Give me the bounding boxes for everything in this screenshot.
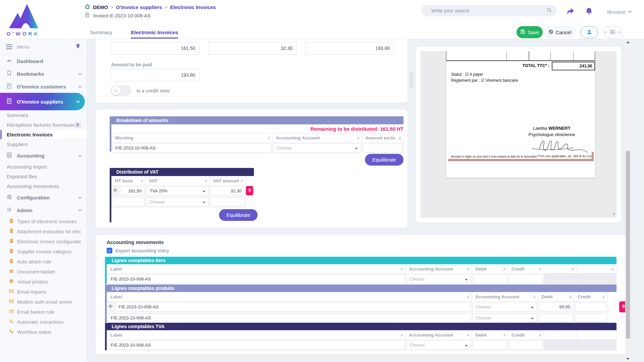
tva-credit-input[interactable] [509, 341, 543, 350]
breakdown-account-select[interactable]: Choose [273, 143, 361, 153]
panel-splitter-handle[interactable] [410, 72, 413, 89]
column-resize-icon[interactable] [204, 178, 207, 183]
produits-debit-input-2[interactable] [539, 313, 573, 322]
breadcrumb-root[interactable]: DEMO [93, 4, 108, 10]
column-resize-icon[interactable] [467, 266, 470, 272]
vat-equilibrate-button[interactable]: Equilibrate [219, 209, 258, 221]
produits-label-input[interactable] [115, 302, 471, 311]
tva-debit-input[interactable] [473, 341, 507, 350]
sidebar-item-accounting-export[interactable]: Accounting export [0, 162, 87, 172]
produits-row-drag-handle[interactable] [107, 301, 115, 312]
sidebar-item-document-basket[interactable]: Document basket [0, 267, 87, 277]
cancel-button[interactable]: Cancel [544, 26, 576, 38]
breakdown-amount-input[interactable] [363, 143, 402, 153]
scroll-down-arrow[interactable] [626, 358, 630, 360]
vat-row-drag-handle[interactable] [111, 185, 119, 196]
column-resize-icon[interactable] [467, 333, 470, 338]
vat-ht-input-2[interactable] [112, 197, 145, 206]
column-resize-icon[interactable] [533, 294, 536, 299]
sidebar-item-admin[interactable]: Admin [0, 204, 87, 217]
produits-credit-input-2[interactable] [575, 313, 606, 322]
sidebar-item-email-basket-rule[interactable]: Email basket rule [0, 307, 87, 317]
pin-icon[interactable] [75, 43, 81, 50]
vat-amount-cell-input-2[interactable] [210, 197, 245, 206]
sidebar-item-virtual-printers[interactable]: Virtual printers [0, 277, 87, 287]
search-input[interactable] [431, 8, 546, 13]
amount-incl-tax-input[interactable] [305, 42, 394, 55]
produits-debit-input[interactable] [539, 302, 573, 311]
column-resize-icon[interactable] [400, 266, 403, 272]
share-icon[interactable] [566, 7, 574, 16]
vat-rate-select[interactable]: TVA 20% [146, 186, 209, 195]
vat-amount-cell-input[interactable] [210, 186, 245, 195]
sidebar-item-suppliers[interactable]: Suppliers [0, 139, 87, 149]
profile-button[interactable] [580, 26, 598, 38]
column-resize-icon[interactable] [398, 135, 401, 140]
column-resize-icon[interactable] [539, 333, 542, 338]
save-button[interactable]: Save [517, 26, 543, 38]
bell-icon[interactable] [585, 7, 593, 16]
vat-amount-input[interactable] [208, 42, 297, 55]
produits-account-select-2[interactable]: Choose [473, 313, 537, 322]
sidebar-item-modern-auth-email-server[interactable]: Modern auth email server [0, 297, 87, 307]
tiers-label-input[interactable] [108, 275, 405, 284]
sidebar-item-supplier-invoice-category[interactable]: Supplier invoice category [0, 247, 87, 257]
sidebar-item-electronic-invoices[interactable]: Electronic Invoices [0, 130, 87, 139]
produits-label-input-2[interactable] [108, 313, 471, 322]
sidebar-item-accounting[interactable]: Accounting [0, 149, 87, 162]
vat-row-delete-button[interactable] [246, 186, 253, 195]
main-scrollbar[interactable] [625, 39, 631, 362]
column-resize-icon[interactable] [571, 266, 574, 272]
column-resize-icon[interactable] [267, 135, 270, 140]
home-icon[interactable] [85, 4, 90, 10]
breadcrumb-invoices-link[interactable]: Electronic Invoices [170, 4, 216, 10]
tab-electronic-invoices[interactable]: Electronic Invoices [131, 29, 178, 39]
previous-record-button[interactable] [603, 26, 609, 38]
sidebar-item-dashboard[interactable]: Dashboard [0, 55, 87, 67]
record-list-button[interactable] [609, 26, 615, 38]
sidebar-item-r-ceptions-factures-fournisseurs[interactable]: Réceptions factures fournisseurs0 [0, 120, 87, 130]
sidebar-item-workflow-status[interactable]: Workflow status [0, 327, 87, 337]
amount-to-be-paid-input[interactable] [111, 69, 200, 81]
column-resize-icon[interactable] [602, 294, 605, 299]
sidebar-item-bookmarks[interactable]: Bookmarks [0, 67, 87, 80]
vat-rate-select-2[interactable]: Choose [146, 197, 209, 206]
column-resize-icon[interactable] [569, 294, 572, 299]
column-resize-icon[interactable] [140, 178, 143, 183]
sidebar-item-configuration[interactable]: Configuration [0, 191, 87, 204]
sidebar-item-email-imports[interactable]: Email imports [0, 287, 87, 297]
scrollbar-thumb[interactable] [626, 151, 630, 339]
tab-summary[interactable]: Summary [90, 29, 112, 36]
amount-excl-tax-input[interactable] [111, 42, 200, 55]
produits-account-select[interactable]: Choose [473, 302, 537, 311]
column-resize-icon[interactable] [400, 333, 403, 338]
search-icon[interactable] [546, 7, 552, 14]
sidebar-item-automatic-extractions[interactable]: Automatic extractions [0, 317, 87, 327]
tiers-account-select[interactable]: Choose [406, 275, 471, 284]
column-resize-icon[interactable] [467, 294, 470, 299]
pdf-preview-area[interactable]: TOTAL TTC* : 241,5€ Statut : ☑ A payer R… [421, 51, 616, 218]
sidebar-item-o-invoice-customers[interactable]: O'Invoice customers [0, 80, 87, 93]
breakdown-equilibrate-button[interactable]: Equilibrate [365, 154, 404, 166]
next-record-button[interactable] [615, 26, 622, 38]
tva-account-select[interactable]: Choose [406, 341, 471, 350]
sidebar-item-electronic-invoice-configuration[interactable]: Electronic invoice configuration [0, 237, 87, 247]
tva-label-input[interactable] [108, 341, 405, 350]
column-resize-icon[interactable] [240, 178, 243, 183]
scroll-up-arrow[interactable] [626, 41, 630, 43]
credit-note-toggle[interactable] [111, 85, 131, 96]
breadcrumb-suppliers-link[interactable]: O'Invoice suppliers [116, 4, 162, 10]
sidebar-item-summary[interactable]: Summary [0, 110, 87, 120]
vat-ht-input[interactable] [120, 186, 145, 195]
column-resize-icon[interactable] [611, 266, 614, 272]
produits-credit-input[interactable] [575, 302, 606, 311]
menu-icon[interactable] [6, 44, 12, 49]
sidebar-item-auto-attach-rule[interactable]: Auto attach rule [0, 257, 87, 267]
user-menu[interactable]: dinvoice [607, 9, 632, 15]
sidebar-item-accounting-movements[interactable]: Accounting movements [0, 181, 87, 191]
column-resize-icon[interactable] [503, 333, 506, 338]
breakdown-wording-input[interactable] [112, 143, 271, 153]
tiers-credit-input[interactable] [509, 275, 543, 284]
expert-entry-checkbox[interactable]: ✓ [107, 248, 112, 253]
column-resize-icon[interactable] [539, 266, 542, 272]
